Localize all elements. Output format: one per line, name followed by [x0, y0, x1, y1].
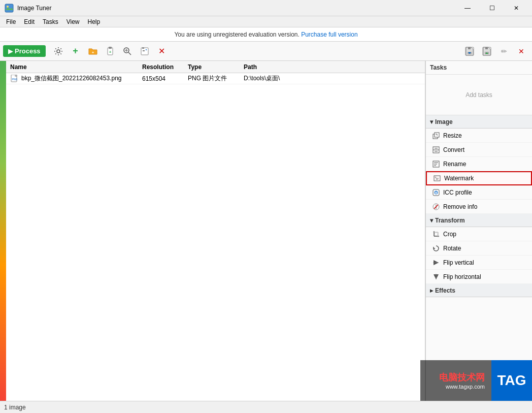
- crop-icon: [432, 230, 440, 238]
- column-type: Type: [186, 63, 242, 71]
- play-icon: ▶: [8, 48, 13, 55]
- settings-button[interactable]: [51, 44, 66, 58]
- app-icon: [4, 3, 14, 13]
- task-icc-label: ICC profile: [443, 189, 472, 196]
- svg-line-9: [128, 52, 131, 55]
- icc-icon: [432, 188, 440, 197]
- flip-vertical-icon: [432, 259, 440, 267]
- status-text: 1 image: [4, 404, 26, 411]
- toolbar: ▶ Process + + +: [0, 42, 532, 61]
- statusbar: 1 image: [0, 401, 532, 413]
- task-crop-label: Crop: [443, 231, 456, 238]
- file-area: Name Resolution Type Path PNG bkp_微信截图_2…: [6, 61, 425, 401]
- convert-icon: [432, 146, 440, 154]
- task-flip-vertical-label: Flip vertical: [443, 259, 474, 266]
- section-effects-label: Effects: [435, 287, 455, 294]
- save-list-button[interactable]: [462, 44, 477, 58]
- file-name: PNG bkp_微信截图_20221226082453.png: [8, 74, 140, 83]
- table-row[interactable]: PNG bkp_微信截图_20221226082453.png 615x504 …: [6, 73, 425, 84]
- info-button[interactable]: [137, 44, 152, 58]
- load-list-button[interactable]: [479, 44, 494, 58]
- watermark-icon: W: [433, 174, 441, 182]
- svg-rect-21: [485, 47, 488, 49]
- add-clipboard-button[interactable]: +: [103, 44, 118, 58]
- process-button[interactable]: ▶ Process: [3, 45, 46, 57]
- task-remove-info[interactable]: Remove info: [426, 200, 532, 214]
- section-transform[interactable]: ▾ Transform: [426, 214, 532, 227]
- column-path: Path: [242, 63, 343, 71]
- task-rotate[interactable]: Rotate: [426, 241, 532, 256]
- menu-edit[interactable]: Edit: [20, 17, 39, 26]
- file-path: D:\tools\桌面\: [242, 74, 343, 83]
- minimize-button[interactable]: —: [456, 0, 479, 16]
- purchase-link[interactable]: Purchase full version: [301, 31, 357, 38]
- svg-point-3: [57, 50, 60, 53]
- titlebar: Image Tuner — ☐ ✕: [0, 0, 532, 16]
- task-convert[interactable]: Convert: [426, 143, 532, 157]
- file-type-icon: PNG: [10, 74, 19, 83]
- task-rotate-label: Rotate: [443, 245, 461, 252]
- menu-help[interactable]: Help: [84, 17, 105, 26]
- svg-point-34: [435, 191, 438, 194]
- task-convert-label: Convert: [443, 146, 464, 153]
- task-flip-vertical[interactable]: Flip vertical: [426, 256, 532, 270]
- section-arrow-effects: ▸: [430, 287, 433, 294]
- column-resolution: Resolution: [140, 63, 186, 71]
- notification-bar: You are using unregistered evaluation ve…: [0, 27, 532, 42]
- task-icc-profile[interactable]: ICC profile: [426, 185, 532, 200]
- file-list: PNG bkp_微信截图_20221226082453.png 615x504 …: [6, 73, 425, 401]
- watermark-tag: TAG: [491, 360, 532, 401]
- task-flip-horizontal[interactable]: Flip horizontal: [426, 270, 532, 284]
- close-tasks-button[interactable]: ✕: [514, 44, 529, 58]
- section-arrow-image: ▾: [430, 118, 433, 125]
- add-tasks-area: Add tasks: [426, 75, 532, 115]
- task-rename-label: Rename: [443, 161, 466, 168]
- add-file-button[interactable]: +: [68, 44, 83, 58]
- rename-icon: [432, 160, 440, 168]
- app-title: Image Tuner: [17, 5, 456, 12]
- svg-rect-23: [15, 75, 17, 76]
- edit-button[interactable]: ✏: [496, 44, 512, 58]
- svg-rect-14: [142, 47, 144, 49]
- process-label: Process: [15, 47, 41, 55]
- file-name-text: bkp_微信截图_20221226082453.png: [21, 74, 121, 83]
- section-effects[interactable]: ▸ Effects: [426, 284, 532, 297]
- file-type: PNG 图片文件: [186, 74, 242, 83]
- section-image-label: Image: [435, 118, 453, 125]
- add-folder-button[interactable]: +: [85, 44, 101, 58]
- column-name: Name: [8, 63, 140, 71]
- file-resolution: 615x504: [140, 75, 186, 82]
- color-strip: [0, 61, 6, 401]
- menu-file[interactable]: File: [2, 17, 20, 26]
- tasks-list: ▾ Image Resize: [426, 115, 532, 401]
- menu-view[interactable]: View: [62, 17, 84, 26]
- section-image[interactable]: ▾ Image: [426, 115, 532, 129]
- task-remove-info-label: Remove info: [443, 203, 477, 210]
- close-button[interactable]: ✕: [505, 0, 528, 16]
- search-button[interactable]: [120, 44, 135, 58]
- svg-rect-12: [141, 48, 148, 55]
- tasks-panel: Tasks Add tasks ▾ Image Resize: [425, 61, 532, 401]
- menu-tasks[interactable]: Tasks: [39, 17, 62, 26]
- remove-button[interactable]: ✕: [154, 44, 170, 58]
- window-controls: — ☐ ✕: [456, 0, 528, 16]
- section-transform-label: Transform: [435, 217, 465, 224]
- rotate-icon: [432, 244, 440, 252]
- resize-icon: [432, 132, 440, 140]
- task-watermark[interactable]: W Watermark: [426, 171, 532, 185]
- svg-point-15: [146, 49, 147, 50]
- task-resize[interactable]: Resize: [426, 129, 532, 143]
- task-rename[interactable]: Rename: [426, 157, 532, 171]
- add-tasks-label: Add tasks: [466, 91, 492, 99]
- task-flip-horizontal-label: Flip horizontal: [443, 273, 481, 280]
- task-crop[interactable]: Crop: [426, 227, 532, 241]
- maximize-button[interactable]: ☐: [480, 0, 504, 16]
- watermark-overlay: 电脑技术网 www.tagxp.com TAG: [420, 360, 532, 401]
- svg-rect-6: [109, 47, 112, 49]
- remove-info-icon: [432, 203, 440, 211]
- right-toolbar: ✏ ✕: [462, 44, 529, 58]
- main-content: Name Resolution Type Path PNG bkp_微信截图_2…: [0, 61, 532, 401]
- svg-rect-43: [435, 233, 438, 236]
- notification-text: You are using unregistered evaluation ve…: [174, 31, 299, 38]
- file-list-header: Name Resolution Type Path: [6, 61, 425, 73]
